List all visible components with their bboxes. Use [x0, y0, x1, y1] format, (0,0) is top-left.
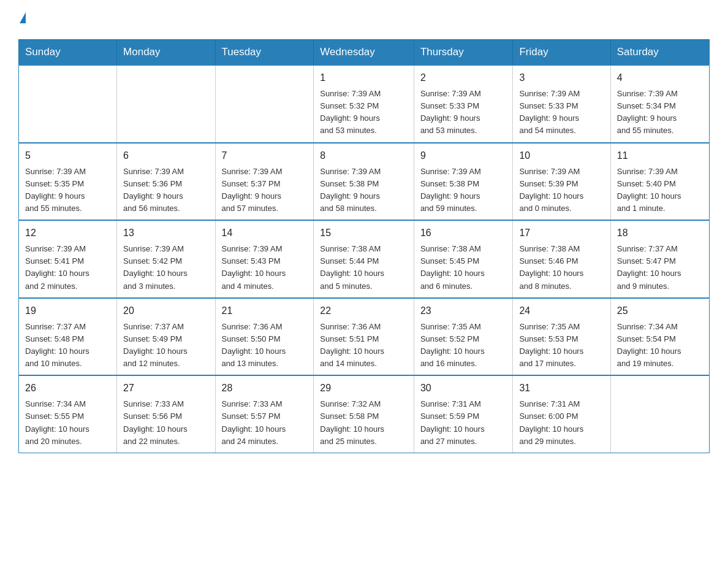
- day-info: Sunrise: 7:39 AMSunset: 5:34 PMDaylight:…: [617, 88, 703, 137]
- calendar-day-header: Wednesday: [314, 40, 414, 66]
- day-number: 18: [617, 226, 703, 240]
- calendar-cell: 18Sunrise: 7:37 AMSunset: 5:47 PMDayligh…: [610, 220, 709, 298]
- calendar-cell: [117, 65, 215, 143]
- calendar-cell: 29Sunrise: 7:32 AMSunset: 5:58 PMDayligh…: [314, 375, 414, 453]
- calendar-day-header: Friday: [513, 40, 610, 66]
- calendar-cell: 3Sunrise: 7:39 AMSunset: 5:33 PMDaylight…: [513, 65, 610, 143]
- calendar-cell: 12Sunrise: 7:39 AMSunset: 5:41 PMDayligh…: [19, 220, 117, 298]
- day-info: Sunrise: 7:37 AMSunset: 5:48 PMDaylight:…: [25, 321, 110, 370]
- day-number: 11: [617, 148, 703, 163]
- day-number: 31: [519, 381, 604, 396]
- day-info: Sunrise: 7:38 AMSunset: 5:46 PMDaylight:…: [519, 243, 604, 293]
- calendar-cell: 23Sunrise: 7:35 AMSunset: 5:52 PMDayligh…: [414, 298, 513, 376]
- day-info: Sunrise: 7:39 AMSunset: 5:35 PMDaylight:…: [25, 166, 110, 215]
- day-number: 28: [222, 381, 308, 396]
- calendar-cell: 2Sunrise: 7:39 AMSunset: 5:33 PMDaylight…: [414, 65, 513, 143]
- day-info: Sunrise: 7:39 AMSunset: 5:33 PMDaylight:…: [519, 88, 604, 137]
- day-info: Sunrise: 7:39 AMSunset: 5:38 PMDaylight:…: [320, 166, 408, 215]
- calendar-week-row: 26Sunrise: 7:34 AMSunset: 5:55 PMDayligh…: [19, 375, 710, 453]
- day-number: 25: [617, 304, 703, 318]
- day-number: 29: [320, 381, 408, 396]
- day-info: Sunrise: 7:32 AMSunset: 5:58 PMDaylight:…: [320, 398, 408, 448]
- day-number: 26: [25, 381, 110, 396]
- calendar-cell: 19Sunrise: 7:37 AMSunset: 5:48 PMDayligh…: [19, 298, 117, 376]
- day-number: 19: [25, 304, 110, 318]
- day-number: 30: [420, 381, 507, 396]
- day-info: Sunrise: 7:33 AMSunset: 5:57 PMDaylight:…: [222, 398, 308, 448]
- calendar-cell: 6Sunrise: 7:39 AMSunset: 5:36 PMDaylight…: [117, 143, 215, 221]
- day-info: Sunrise: 7:34 AMSunset: 5:55 PMDaylight:…: [25, 398, 110, 448]
- day-number: 15: [320, 226, 408, 240]
- calendar-cell: 30Sunrise: 7:31 AMSunset: 5:59 PMDayligh…: [414, 375, 513, 453]
- calendar-week-row: 12Sunrise: 7:39 AMSunset: 5:41 PMDayligh…: [19, 220, 710, 298]
- calendar-cell: 28Sunrise: 7:33 AMSunset: 5:57 PMDayligh…: [215, 375, 314, 453]
- day-info: Sunrise: 7:39 AMSunset: 5:32 PMDaylight:…: [320, 88, 408, 137]
- calendar-cell: [19, 65, 117, 143]
- calendar-cell: 4Sunrise: 7:39 AMSunset: 5:34 PMDaylight…: [610, 65, 709, 143]
- calendar-cell: 20Sunrise: 7:37 AMSunset: 5:49 PMDayligh…: [117, 298, 215, 376]
- calendar-table: SundayMondayTuesdayWednesdayThursdayFrid…: [18, 39, 710, 453]
- calendar-cell: 10Sunrise: 7:39 AMSunset: 5:39 PMDayligh…: [513, 143, 610, 221]
- calendar-cell: 5Sunrise: 7:39 AMSunset: 5:35 PMDaylight…: [19, 143, 117, 221]
- calendar-cell: 22Sunrise: 7:36 AMSunset: 5:51 PMDayligh…: [314, 298, 414, 376]
- day-number: 2: [420, 71, 507, 85]
- calendar-cell: 26Sunrise: 7:34 AMSunset: 5:55 PMDayligh…: [19, 375, 117, 453]
- day-info: Sunrise: 7:36 AMSunset: 5:51 PMDaylight:…: [320, 321, 408, 370]
- calendar-day-header: Saturday: [610, 40, 709, 66]
- day-number: 1: [320, 71, 408, 85]
- calendar-cell: 13Sunrise: 7:39 AMSunset: 5:42 PMDayligh…: [117, 220, 215, 298]
- calendar-cell: [215, 65, 314, 143]
- day-number: 8: [320, 148, 408, 163]
- day-info: Sunrise: 7:31 AMSunset: 5:59 PMDaylight:…: [420, 398, 507, 448]
- calendar-cell: 8Sunrise: 7:39 AMSunset: 5:38 PMDaylight…: [314, 143, 414, 221]
- calendar-day-header: Thursday: [414, 40, 513, 66]
- calendar-cell: 15Sunrise: 7:38 AMSunset: 5:44 PMDayligh…: [314, 220, 414, 298]
- day-info: Sunrise: 7:35 AMSunset: 5:53 PMDaylight:…: [519, 321, 604, 370]
- logo: [18, 12, 26, 27]
- day-number: 16: [420, 226, 507, 240]
- day-info: Sunrise: 7:37 AMSunset: 5:47 PMDaylight:…: [617, 243, 703, 293]
- calendar-cell: 1Sunrise: 7:39 AMSunset: 5:32 PMDaylight…: [314, 65, 414, 143]
- logo-triangle-icon: [20, 12, 26, 23]
- day-number: 5: [25, 148, 110, 163]
- calendar-cell: 11Sunrise: 7:39 AMSunset: 5:40 PMDayligh…: [610, 143, 709, 221]
- day-info: Sunrise: 7:39 AMSunset: 5:43 PMDaylight:…: [222, 243, 308, 293]
- day-number: 3: [519, 71, 604, 85]
- day-number: 9: [420, 148, 507, 163]
- day-info: Sunrise: 7:36 AMSunset: 5:50 PMDaylight:…: [222, 321, 308, 370]
- day-number: 22: [320, 304, 408, 318]
- day-info: Sunrise: 7:31 AMSunset: 6:00 PMDaylight:…: [519, 398, 604, 448]
- day-number: 20: [123, 304, 208, 318]
- day-info: Sunrise: 7:39 AMSunset: 5:40 PMDaylight:…: [617, 166, 703, 215]
- calendar-cell: 21Sunrise: 7:36 AMSunset: 5:50 PMDayligh…: [215, 298, 314, 376]
- calendar-week-row: 19Sunrise: 7:37 AMSunset: 5:48 PMDayligh…: [19, 298, 710, 376]
- day-number: 17: [519, 226, 604, 240]
- calendar-day-header: Sunday: [19, 40, 117, 66]
- day-info: Sunrise: 7:39 AMSunset: 5:41 PMDaylight:…: [25, 243, 110, 293]
- calendar-cell: 16Sunrise: 7:38 AMSunset: 5:45 PMDayligh…: [414, 220, 513, 298]
- calendar-cell: 31Sunrise: 7:31 AMSunset: 6:00 PMDayligh…: [513, 375, 610, 453]
- day-info: Sunrise: 7:39 AMSunset: 5:36 PMDaylight:…: [123, 166, 208, 215]
- day-number: 7: [222, 148, 308, 163]
- day-info: Sunrise: 7:37 AMSunset: 5:49 PMDaylight:…: [123, 321, 208, 370]
- calendar-cell: 9Sunrise: 7:39 AMSunset: 5:38 PMDaylight…: [414, 143, 513, 221]
- calendar-header-row: SundayMondayTuesdayWednesdayThursdayFrid…: [19, 40, 710, 66]
- day-number: 24: [519, 304, 604, 318]
- calendar-cell: 27Sunrise: 7:33 AMSunset: 5:56 PMDayligh…: [117, 375, 215, 453]
- day-number: 13: [123, 226, 208, 240]
- calendar-cell: 25Sunrise: 7:34 AMSunset: 5:54 PMDayligh…: [610, 298, 709, 376]
- calendar-day-header: Monday: [117, 40, 215, 66]
- day-number: 27: [123, 381, 208, 396]
- day-info: Sunrise: 7:38 AMSunset: 5:45 PMDaylight:…: [420, 243, 507, 293]
- day-info: Sunrise: 7:39 AMSunset: 5:39 PMDaylight:…: [519, 166, 604, 215]
- day-info: Sunrise: 7:34 AMSunset: 5:54 PMDaylight:…: [617, 321, 703, 370]
- day-number: 10: [519, 148, 604, 163]
- day-info: Sunrise: 7:38 AMSunset: 5:44 PMDaylight:…: [320, 243, 408, 293]
- day-info: Sunrise: 7:39 AMSunset: 5:38 PMDaylight:…: [420, 166, 507, 215]
- day-info: Sunrise: 7:35 AMSunset: 5:52 PMDaylight:…: [420, 321, 507, 370]
- calendar-cell: 14Sunrise: 7:39 AMSunset: 5:43 PMDayligh…: [215, 220, 314, 298]
- day-number: 21: [222, 304, 308, 318]
- day-number: 12: [25, 226, 110, 240]
- calendar-cell: 7Sunrise: 7:39 AMSunset: 5:37 PMDaylight…: [215, 143, 314, 221]
- day-info: Sunrise: 7:39 AMSunset: 5:42 PMDaylight:…: [123, 243, 208, 293]
